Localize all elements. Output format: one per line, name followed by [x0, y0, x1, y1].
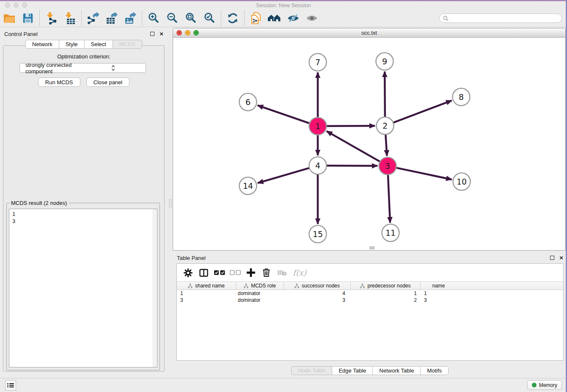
node-table-body: 1dominator4113dominator323	[177, 290, 563, 304]
panel-splitter-handle[interactable]	[169, 199, 172, 207]
table-cell: 1	[351, 290, 421, 296]
mcds-panel: Optimization criterion: strongly connect…	[3, 45, 165, 372]
graph-edge-1-6[interactable]	[258, 105, 309, 123]
add-column-button[interactable]	[243, 265, 259, 280]
import-network-button[interactable]	[42, 10, 61, 26]
tab-network-table[interactable]: Network Table	[373, 366, 421, 375]
stepper-arrows-icon	[84, 65, 142, 71]
tab-edge-table[interactable]: Edge Table	[332, 366, 373, 375]
refresh-button[interactable]	[223, 10, 242, 26]
search-field[interactable]	[439, 14, 562, 23]
table-row[interactable]: 1dominator411	[177, 290, 563, 297]
run-mcds-button[interactable]: Run MCDS	[38, 77, 80, 87]
select-all-button[interactable]	[212, 265, 227, 280]
tab-select[interactable]: Select	[85, 40, 113, 49]
close-panel-button[interactable]: Close panel	[86, 77, 130, 87]
table-settings-button[interactable]	[180, 265, 196, 280]
export-network-icon	[87, 12, 99, 25]
zoom-in-button[interactable]	[144, 10, 163, 26]
graph-edge-4-14[interactable]	[258, 168, 309, 183]
list-icon	[7, 382, 14, 388]
graph-edge-3-10[interactable]	[396, 168, 452, 179]
graph-edge-3-11[interactable]	[388, 175, 390, 223]
tab-network[interactable]: Network	[25, 40, 59, 49]
graph-node-label-2: 2	[383, 121, 388, 130]
show-columns-button[interactable]	[196, 265, 212, 280]
graph-edge-2-3[interactable]	[385, 135, 387, 156]
checked-boxes-icon	[214, 270, 225, 275]
graph-node-label-6: 6	[245, 97, 250, 107]
table-cell: 1	[177, 290, 236, 296]
search-input[interactable]	[451, 15, 558, 21]
zoom-out-icon	[167, 12, 178, 24]
graph-node-label-8: 8	[459, 92, 464, 102]
table-toolbar: f(x)	[177, 264, 563, 282]
mcds-result-group: MCDS result (2 nodes) 1 3	[6, 203, 160, 370]
window-title: Session: New Session	[0, 2, 567, 8]
network-window-titlebar[interactable]: scc.txt	[173, 28, 565, 38]
zoom-selected-icon	[204, 12, 215, 24]
table-cell: 4	[284, 290, 351, 296]
zoom-out-button[interactable]	[163, 10, 182, 26]
graph-edge-2-9[interactable]	[385, 72, 385, 117]
tab-node-table[interactable]: Node Table	[291, 366, 333, 375]
graph-node-label-3: 3	[385, 161, 390, 171]
table-cell: 3	[284, 297, 351, 303]
attribute-tree-icon	[244, 284, 248, 288]
import-table-button[interactable]	[61, 10, 79, 26]
refresh-icon	[227, 12, 239, 24]
search-icon	[443, 16, 449, 21]
clone-network-button[interactable]	[247, 10, 265, 26]
function-builder-button[interactable]: f(x)	[290, 265, 309, 280]
toolbar-separator	[39, 11, 40, 26]
toolbar-separator	[244, 11, 245, 26]
criterion-dropdown[interactable]: strongly connected component	[19, 63, 146, 73]
hide-selected-button[interactable]	[284, 10, 303, 26]
mcds-result-area[interactable]: 1 3	[9, 209, 157, 367]
table-row[interactable]: 3dominator323	[177, 297, 563, 304]
export-image-button[interactable]	[121, 10, 140, 26]
graph-edge-2-8[interactable]	[394, 100, 452, 122]
close-panel-icon[interactable]: ×	[160, 32, 163, 36]
table-cell: 2	[351, 297, 421, 303]
memory-button[interactable]: Memory	[527, 380, 562, 390]
zoom-fit-icon	[185, 12, 197, 24]
delete-column-button[interactable]	[259, 265, 274, 280]
eye-slash-icon	[287, 14, 299, 22]
graph-edge-3-1[interactable]	[327, 131, 380, 162]
show-all-button[interactable]	[303, 10, 321, 26]
control-panel-tabs: Network Style Select MCDS	[0, 40, 168, 49]
attribute-tree-icon	[360, 284, 365, 288]
deselect-all-button[interactable]	[227, 265, 243, 280]
tab-mcds[interactable]: MCDS	[113, 40, 142, 49]
delete-table-button[interactable]	[274, 265, 290, 280]
save-session-button[interactable]	[19, 10, 37, 26]
zoom-selected-button[interactable]	[200, 10, 219, 26]
tab-style[interactable]: Style	[59, 40, 85, 49]
optimization-criterion-label: Optimization criterion:	[3, 53, 164, 60]
export-network-button[interactable]	[84, 10, 102, 26]
tab-motifs[interactable]: Motifs	[421, 366, 449, 375]
zoom-fit-button[interactable]	[182, 10, 200, 26]
result-scrollbar[interactable]	[153, 209, 157, 367]
graph-edge-1-2[interactable]	[327, 126, 375, 126]
close-table-panel-icon[interactable]: ×	[559, 256, 563, 260]
open-session-button[interactable]	[0, 10, 19, 26]
canvas-resize-grip[interactable]	[369, 246, 374, 249]
graph-edge-4-3[interactable]	[327, 166, 377, 166]
float-table-panel-icon[interactable]	[550, 256, 554, 260]
network-canvas[interactable]: 1234678910111415	[173, 38, 565, 250]
table-cell: 3	[177, 297, 236, 303]
home-button[interactable]	[265, 10, 284, 26]
export-table-button[interactable]	[102, 10, 121, 26]
float-panel-icon[interactable]	[150, 32, 154, 36]
network-title: scc.txt	[173, 30, 565, 36]
fx-icon: f(x)	[293, 268, 307, 277]
export-image-icon	[124, 12, 137, 25]
graph-node-label-1: 1	[315, 121, 320, 131]
table-header[interactable]: shared name MCDS role successor nodes pr…	[177, 282, 563, 290]
column-header-shared-name: shared name	[177, 282, 236, 290]
table-cell: dominator	[236, 290, 284, 296]
network-graph: 1234678910111415	[173, 38, 565, 250]
task-history-button[interactable]	[5, 380, 16, 390]
